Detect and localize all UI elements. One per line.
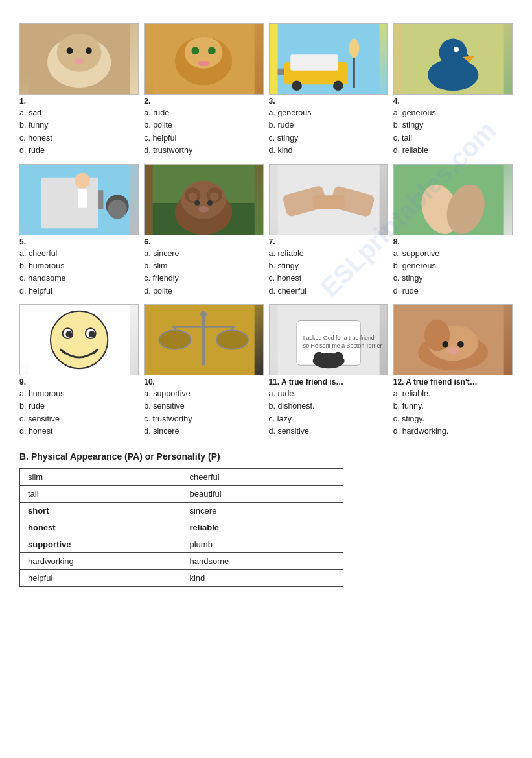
- svg-point-39: [189, 192, 198, 201]
- pa-word-left-5: hardworking: [20, 552, 111, 569]
- choice-2-d: d. trustworthy: [144, 145, 263, 157]
- item-choices-4: a. generousb. stingyc. talld. reliable: [393, 107, 513, 158]
- choice-10-d: d. sincere: [144, 425, 263, 438]
- pa-checkbox-right-3[interactable]: [273, 519, 343, 536]
- choice-10-a: a. supportive: [144, 388, 263, 400]
- item-num-3: 3.: [269, 97, 388, 106]
- item-choices-1: a. sadb. funnyc. honestd. rude: [19, 107, 139, 158]
- choice-11-d: d. sensitive.: [269, 425, 388, 438]
- item-image-9: [19, 304, 139, 375]
- choice-8-a: a. supportive: [393, 248, 513, 260]
- item-1: 1.a. sadb. funnyc. honestd. rude: [19, 23, 139, 158]
- pa-word-right-6: kind: [181, 569, 273, 586]
- svg-rect-30: [98, 190, 104, 209]
- choice-12-d: d. hardworking.: [393, 425, 513, 438]
- item-num-10: 10.: [144, 377, 263, 386]
- pa-checkbox-right-0[interactable]: [273, 468, 343, 485]
- pa-word-right-4: plumb: [181, 536, 273, 552]
- item-8: 8.a. supportiveb. generousc. stingyd. ru…: [393, 164, 513, 298]
- svg-point-65: [200, 311, 207, 318]
- item-choices-3: a. generousb. rudec. stingyd. kind: [269, 107, 388, 158]
- svg-rect-14: [290, 54, 338, 71]
- svg-point-56: [66, 331, 73, 337]
- item-image-12: [393, 304, 513, 375]
- choice-2-c: c. helpful: [144, 132, 263, 145]
- pa-checkbox-left-0[interactable]: [111, 468, 181, 485]
- item-num-9: 9.: [19, 377, 139, 386]
- pa-checkbox-left-1[interactable]: [111, 485, 181, 502]
- pa-checkbox-right-5[interactable]: [273, 552, 343, 569]
- svg-point-16: [332, 80, 343, 91]
- pa-table: slimcheerfultallbeautifulshortsincerehon…: [19, 468, 343, 587]
- choice-11-b: b. dishonest.: [269, 400, 388, 412]
- section-b: B. Physical Appearance (PA) or Personali…: [19, 451, 513, 587]
- choice-4-d: d. reliable: [393, 145, 513, 157]
- item-num-8: 8.: [393, 237, 513, 246]
- choice-8-b: b. generous: [393, 260, 513, 272]
- item-choices-11: a. rude.b. dishonest.c. lazy.d. sensitiv…: [269, 388, 388, 438]
- pa-row-6: helpfulkind: [20, 569, 343, 586]
- pa-checkbox-left-5[interactable]: [111, 552, 181, 569]
- item-num-12: 12. A true friend isn't…: [393, 377, 513, 386]
- pa-word-left-3: honest: [20, 519, 111, 536]
- svg-point-77: [442, 341, 448, 348]
- pa-row-3: honestreliable: [20, 519, 343, 536]
- choice-8-c: c. stingy: [393, 272, 513, 285]
- item-7: 7.a. reliableb. stingyc. honestd. cheerf…: [269, 164, 388, 298]
- choice-11-c: c. lazy.: [269, 413, 388, 425]
- pa-word-right-2: sincere: [181, 502, 273, 519]
- svg-point-9: [192, 47, 200, 54]
- pa-checkbox-left-3[interactable]: [111, 519, 181, 536]
- pa-row-5: hardworkinghandsome: [20, 552, 343, 569]
- pa-checkbox-right-6[interactable]: [273, 569, 343, 586]
- choice-6-c: c. friendly: [144, 272, 263, 285]
- pa-word-right-3: reliable: [181, 519, 273, 536]
- item-6: 6.a. sincereb. slimc. friendlyd. polite: [144, 164, 263, 298]
- item-2: 2.a. rudeb. politec. helpfuld. trustwort…: [144, 23, 263, 158]
- item-5: 5.a. cheerfulb. humorousc. handsomed. he…: [19, 164, 139, 298]
- pa-word-left-1: tall: [20, 485, 111, 502]
- choice-6-a: a. sincere: [144, 248, 263, 260]
- item-num-2: 2.: [144, 97, 263, 106]
- svg-text:I asked God for a true friend: I asked God for a true friend: [303, 335, 374, 341]
- item-num-11: 11. A true friend is…: [269, 377, 388, 386]
- item-image-11: I asked God for a true friendso He sent …: [269, 304, 388, 375]
- pa-word-left-4: supportive: [20, 536, 111, 552]
- choice-4-c: c. tall: [393, 132, 513, 145]
- item-image-1: [19, 23, 139, 95]
- choice-7-d: d. cheerful: [269, 285, 388, 298]
- pa-checkbox-left-4[interactable]: [111, 536, 181, 552]
- choice-6-b: b. slim: [144, 260, 263, 272]
- pa-row-2: shortsincere: [20, 502, 343, 519]
- item-choices-7: a. reliableb. stingyc. honestd. cheerful: [269, 248, 388, 298]
- svg-point-2: [57, 34, 102, 72]
- choice-12-b: b. funny.: [393, 400, 513, 412]
- pa-checkbox-right-4[interactable]: [273, 536, 343, 552]
- choice-8-d: d. rude: [393, 285, 513, 298]
- item-num-7: 7.: [269, 237, 388, 246]
- choice-12-c: c. stingy.: [393, 413, 513, 425]
- item-3: 3.a. generousb. rudec. stingyd. kind: [269, 23, 388, 158]
- item-choices-6: a. sincereb. slimc. friendlyd. polite: [144, 248, 263, 298]
- pa-checkbox-left-2[interactable]: [111, 502, 181, 519]
- item-image-5: [19, 164, 139, 235]
- item-12: 12. A true friend isn't…a. reliable.b. f…: [393, 304, 513, 438]
- pa-checkbox-right-2[interactable]: [273, 502, 343, 519]
- choice-4-b: b. stingy: [393, 119, 513, 132]
- svg-point-15: [292, 80, 302, 91]
- pa-checkbox-right-1[interactable]: [273, 485, 343, 502]
- choice-3-d: d. kind: [269, 145, 388, 157]
- item-image-3: [269, 23, 388, 95]
- pa-checkbox-left-6[interactable]: [111, 569, 181, 586]
- choice-3-a: a. generous: [269, 107, 388, 119]
- svg-point-72: [332, 352, 343, 362]
- pa-word-left-0: slim: [20, 468, 111, 485]
- svg-rect-11: [199, 61, 209, 66]
- item-num-4: 4.: [393, 97, 513, 106]
- svg-point-61: [159, 330, 191, 349]
- item-10: 10.a. supportiveb. sensitivec. trustwort…: [144, 304, 263, 438]
- svg-rect-27: [41, 177, 98, 228]
- svg-point-40: [210, 192, 219, 201]
- svg-point-53: [51, 311, 108, 368]
- pa-row-0: slimcheerful: [20, 468, 343, 485]
